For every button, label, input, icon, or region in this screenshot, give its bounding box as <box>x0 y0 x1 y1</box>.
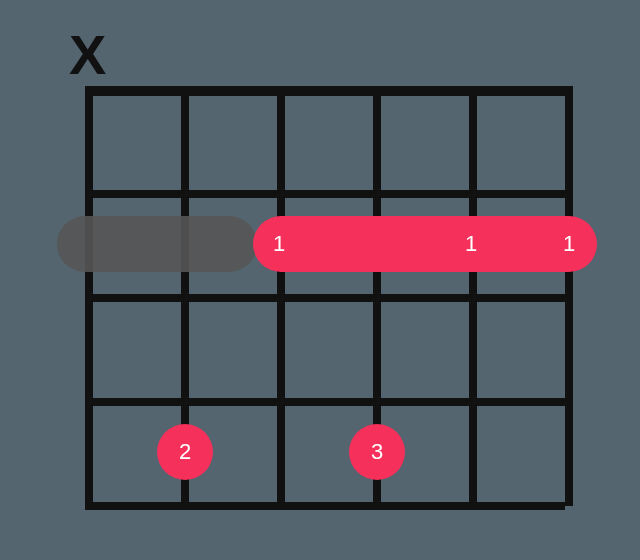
string-2 <box>469 86 477 506</box>
fret-wire-4 <box>85 502 565 510</box>
barre-label-2: 1 <box>465 231 477 257</box>
dot-string3-fret4: 3 <box>349 424 405 480</box>
dot-string5-fret4: 2 <box>157 424 213 480</box>
fret-wire-1 <box>85 190 565 198</box>
nut <box>85 86 565 96</box>
dot-label-3: 3 <box>371 439 383 465</box>
fret-wire-2 <box>85 294 565 302</box>
string-1 <box>565 86 573 506</box>
mute-marker-string-6: X <box>69 22 106 87</box>
string-6 <box>85 86 93 506</box>
barre-label-1: 1 <box>273 231 285 257</box>
barre-fret-2: 1 1 1 <box>253 216 597 272</box>
barre-shadow <box>57 216 257 272</box>
barre-label-3: 1 <box>563 231 575 257</box>
string-4 <box>277 86 285 506</box>
dot-label-2: 2 <box>179 439 191 465</box>
fret-wire-3 <box>85 398 565 406</box>
